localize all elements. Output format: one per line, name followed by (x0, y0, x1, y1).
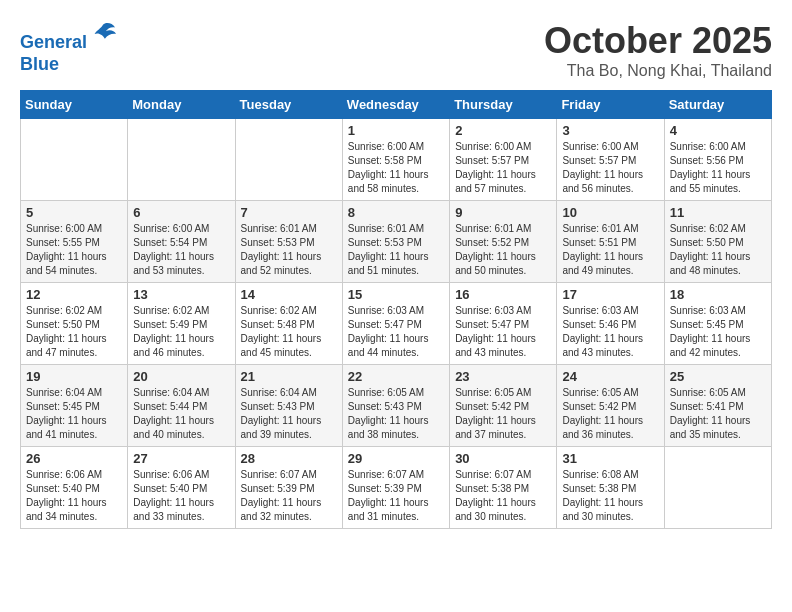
day-info: Sunrise: 6:04 AM Sunset: 5:45 PM Dayligh… (26, 386, 122, 442)
day-number: 31 (562, 451, 658, 466)
weekday-header: Tuesday (235, 91, 342, 119)
day-number: 16 (455, 287, 551, 302)
calendar-cell: 20Sunrise: 6:04 AM Sunset: 5:44 PM Dayli… (128, 365, 235, 447)
day-info: Sunrise: 6:03 AM Sunset: 5:47 PM Dayligh… (455, 304, 551, 360)
calendar-cell (664, 447, 771, 529)
weekday-header: Thursday (450, 91, 557, 119)
logo-bird-icon (89, 20, 117, 48)
weekday-header: Sunday (21, 91, 128, 119)
weekday-header: Saturday (664, 91, 771, 119)
calendar-cell: 14Sunrise: 6:02 AM Sunset: 5:48 PM Dayli… (235, 283, 342, 365)
day-info: Sunrise: 6:00 AM Sunset: 5:57 PM Dayligh… (455, 140, 551, 196)
calendar-cell: 4Sunrise: 6:00 AM Sunset: 5:56 PM Daylig… (664, 119, 771, 201)
calendar-cell: 12Sunrise: 6:02 AM Sunset: 5:50 PM Dayli… (21, 283, 128, 365)
day-info: Sunrise: 6:07 AM Sunset: 5:39 PM Dayligh… (241, 468, 337, 524)
day-number: 25 (670, 369, 766, 384)
day-number: 11 (670, 205, 766, 220)
calendar-week-row: 26Sunrise: 6:06 AM Sunset: 5:40 PM Dayli… (21, 447, 772, 529)
calendar-cell: 7Sunrise: 6:01 AM Sunset: 5:53 PM Daylig… (235, 201, 342, 283)
day-info: Sunrise: 6:02 AM Sunset: 5:48 PM Dayligh… (241, 304, 337, 360)
calendar-week-row: 1Sunrise: 6:00 AM Sunset: 5:58 PM Daylig… (21, 119, 772, 201)
day-info: Sunrise: 6:00 AM Sunset: 5:56 PM Dayligh… (670, 140, 766, 196)
day-number: 20 (133, 369, 229, 384)
calendar-cell: 5Sunrise: 6:00 AM Sunset: 5:55 PM Daylig… (21, 201, 128, 283)
calendar-week-row: 5Sunrise: 6:00 AM Sunset: 5:55 PM Daylig… (21, 201, 772, 283)
day-info: Sunrise: 6:00 AM Sunset: 5:55 PM Dayligh… (26, 222, 122, 278)
day-number: 28 (241, 451, 337, 466)
day-number: 29 (348, 451, 444, 466)
calendar-cell: 10Sunrise: 6:01 AM Sunset: 5:51 PM Dayli… (557, 201, 664, 283)
calendar-cell: 15Sunrise: 6:03 AM Sunset: 5:47 PM Dayli… (342, 283, 449, 365)
weekday-header-row: SundayMondayTuesdayWednesdayThursdayFrid… (21, 91, 772, 119)
day-info: Sunrise: 6:01 AM Sunset: 5:52 PM Dayligh… (455, 222, 551, 278)
day-info: Sunrise: 6:03 AM Sunset: 5:47 PM Dayligh… (348, 304, 444, 360)
logo-text: General (20, 20, 117, 54)
calendar-cell (235, 119, 342, 201)
calendar-cell: 29Sunrise: 6:07 AM Sunset: 5:39 PM Dayli… (342, 447, 449, 529)
calendar-cell: 16Sunrise: 6:03 AM Sunset: 5:47 PM Dayli… (450, 283, 557, 365)
calendar-cell: 25Sunrise: 6:05 AM Sunset: 5:41 PM Dayli… (664, 365, 771, 447)
day-number: 13 (133, 287, 229, 302)
day-info: Sunrise: 6:01 AM Sunset: 5:51 PM Dayligh… (562, 222, 658, 278)
day-info: Sunrise: 6:04 AM Sunset: 5:44 PM Dayligh… (133, 386, 229, 442)
location-subtitle: Tha Bo, Nong Khai, Thailand (544, 62, 772, 80)
calendar-cell: 28Sunrise: 6:07 AM Sunset: 5:39 PM Dayli… (235, 447, 342, 529)
day-number: 2 (455, 123, 551, 138)
day-info: Sunrise: 6:05 AM Sunset: 5:42 PM Dayligh… (562, 386, 658, 442)
calendar-cell: 8Sunrise: 6:01 AM Sunset: 5:53 PM Daylig… (342, 201, 449, 283)
day-info: Sunrise: 6:00 AM Sunset: 5:58 PM Dayligh… (348, 140, 444, 196)
day-number: 3 (562, 123, 658, 138)
calendar-cell: 11Sunrise: 6:02 AM Sunset: 5:50 PM Dayli… (664, 201, 771, 283)
day-number: 26 (26, 451, 122, 466)
calendar-cell: 19Sunrise: 6:04 AM Sunset: 5:45 PM Dayli… (21, 365, 128, 447)
calendar-cell: 31Sunrise: 6:08 AM Sunset: 5:38 PM Dayli… (557, 447, 664, 529)
calendar-week-row: 19Sunrise: 6:04 AM Sunset: 5:45 PM Dayli… (21, 365, 772, 447)
title-block: October 2025 Tha Bo, Nong Khai, Thailand (544, 20, 772, 80)
day-info: Sunrise: 6:05 AM Sunset: 5:41 PM Dayligh… (670, 386, 766, 442)
weekday-header: Friday (557, 91, 664, 119)
day-number: 1 (348, 123, 444, 138)
day-number: 21 (241, 369, 337, 384)
calendar-week-row: 12Sunrise: 6:02 AM Sunset: 5:50 PM Dayli… (21, 283, 772, 365)
calendar-cell: 13Sunrise: 6:02 AM Sunset: 5:49 PM Dayli… (128, 283, 235, 365)
month-title: October 2025 (544, 20, 772, 62)
day-number: 5 (26, 205, 122, 220)
logo-line2: Blue (20, 54, 59, 74)
calendar-cell: 17Sunrise: 6:03 AM Sunset: 5:46 PM Dayli… (557, 283, 664, 365)
calendar-cell: 3Sunrise: 6:00 AM Sunset: 5:57 PM Daylig… (557, 119, 664, 201)
day-info: Sunrise: 6:03 AM Sunset: 5:45 PM Dayligh… (670, 304, 766, 360)
calendar-cell: 21Sunrise: 6:04 AM Sunset: 5:43 PM Dayli… (235, 365, 342, 447)
day-number: 10 (562, 205, 658, 220)
day-info: Sunrise: 6:01 AM Sunset: 5:53 PM Dayligh… (348, 222, 444, 278)
weekday-header: Monday (128, 91, 235, 119)
day-info: Sunrise: 6:01 AM Sunset: 5:53 PM Dayligh… (241, 222, 337, 278)
day-number: 17 (562, 287, 658, 302)
day-number: 27 (133, 451, 229, 466)
logo-line1: General (20, 32, 87, 52)
logo: General Blue (20, 20, 117, 75)
day-number: 15 (348, 287, 444, 302)
day-info: Sunrise: 6:02 AM Sunset: 5:50 PM Dayligh… (670, 222, 766, 278)
day-info: Sunrise: 6:02 AM Sunset: 5:49 PM Dayligh… (133, 304, 229, 360)
day-number: 24 (562, 369, 658, 384)
calendar-cell: 26Sunrise: 6:06 AM Sunset: 5:40 PM Dayli… (21, 447, 128, 529)
calendar-cell: 1Sunrise: 6:00 AM Sunset: 5:58 PM Daylig… (342, 119, 449, 201)
day-number: 14 (241, 287, 337, 302)
calendar-cell: 6Sunrise: 6:00 AM Sunset: 5:54 PM Daylig… (128, 201, 235, 283)
day-number: 6 (133, 205, 229, 220)
day-info: Sunrise: 6:02 AM Sunset: 5:50 PM Dayligh… (26, 304, 122, 360)
calendar-cell: 27Sunrise: 6:06 AM Sunset: 5:40 PM Dayli… (128, 447, 235, 529)
calendar-table: SundayMondayTuesdayWednesdayThursdayFrid… (20, 90, 772, 529)
calendar-cell (21, 119, 128, 201)
day-info: Sunrise: 6:07 AM Sunset: 5:39 PM Dayligh… (348, 468, 444, 524)
calendar-cell: 18Sunrise: 6:03 AM Sunset: 5:45 PM Dayli… (664, 283, 771, 365)
page-header: General Blue October 2025 Tha Bo, Nong K… (20, 20, 772, 80)
day-number: 9 (455, 205, 551, 220)
calendar-cell: 30Sunrise: 6:07 AM Sunset: 5:38 PM Dayli… (450, 447, 557, 529)
day-number: 8 (348, 205, 444, 220)
calendar-cell: 22Sunrise: 6:05 AM Sunset: 5:43 PM Dayli… (342, 365, 449, 447)
day-info: Sunrise: 6:05 AM Sunset: 5:42 PM Dayligh… (455, 386, 551, 442)
day-info: Sunrise: 6:06 AM Sunset: 5:40 PM Dayligh… (26, 468, 122, 524)
day-number: 18 (670, 287, 766, 302)
day-info: Sunrise: 6:00 AM Sunset: 5:54 PM Dayligh… (133, 222, 229, 278)
